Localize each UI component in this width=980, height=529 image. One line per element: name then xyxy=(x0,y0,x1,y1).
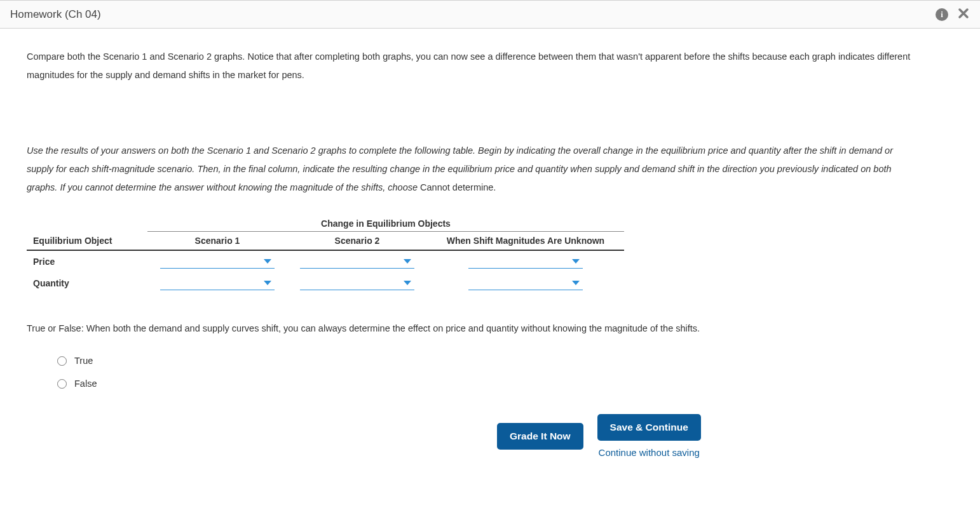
chevron-down-icon xyxy=(571,280,580,286)
chevron-down-icon xyxy=(403,258,412,265)
chevron-down-icon xyxy=(571,258,580,265)
table-row: Price xyxy=(27,250,624,272)
continue-without-saving-link[interactable]: Continue without saving xyxy=(597,447,701,458)
radio-true-label: True xyxy=(74,356,93,366)
table-row: Quantity xyxy=(27,272,624,294)
radio-true-input[interactable] xyxy=(57,356,67,366)
col-header-scenario2: Scenario 2 xyxy=(287,232,427,251)
instruction-normal: Cannot determine. xyxy=(420,182,496,192)
header-bar: Homework (Ch 04) i xyxy=(0,0,980,29)
answer-table: Change in Equilibrium Objects Equilibriu… xyxy=(27,215,914,294)
grade-it-now-button[interactable]: Grade It Now xyxy=(497,423,583,450)
radio-option-false[interactable]: False xyxy=(57,378,914,389)
button-row: Grade It Now Save & Continue Continue wi… xyxy=(497,414,914,458)
radio-false-input[interactable] xyxy=(57,379,67,389)
intro-paragraph: Compare both the Scenario 1 and Scenario… xyxy=(27,48,914,84)
col-header-scenario1: Scenario 1 xyxy=(147,232,287,251)
chevron-down-icon xyxy=(263,280,272,286)
chevron-down-icon xyxy=(403,280,412,286)
save-continue-button[interactable]: Save & Continue xyxy=(597,414,701,441)
dropdown-qty-s2[interactable] xyxy=(300,276,414,290)
instruction-paragraph: Use the results of your answers on both … xyxy=(27,142,914,197)
dropdown-price-unknown[interactable] xyxy=(468,255,583,269)
close-icon[interactable] xyxy=(957,7,970,22)
row-label-quantity: Quantity xyxy=(27,272,147,294)
info-icon[interactable]: i xyxy=(936,8,948,21)
dropdown-qty-unknown[interactable] xyxy=(468,276,583,290)
table-super-header: Change in Equilibrium Objects xyxy=(147,215,624,232)
row-label-price: Price xyxy=(27,250,147,272)
content-area: Compare both the Scenario 1 and Scenario… xyxy=(0,29,941,477)
radio-group: True False xyxy=(57,356,914,389)
dropdown-price-s2[interactable] xyxy=(300,255,414,269)
chevron-down-icon xyxy=(263,258,272,265)
page-title: Homework (Ch 04) xyxy=(10,8,101,21)
dropdown-price-s1[interactable] xyxy=(160,255,275,269)
header-icons: i xyxy=(936,7,970,22)
dropdown-qty-s1[interactable] xyxy=(160,276,275,290)
radio-option-true[interactable]: True xyxy=(57,356,914,366)
true-false-question: True or False: When both the demand and … xyxy=(27,319,914,338)
col-header-object: Equilibrium Object xyxy=(27,232,147,251)
col-header-unknown: When Shift Magnitudes Are Unknown xyxy=(427,232,624,251)
radio-false-label: False xyxy=(74,378,97,389)
